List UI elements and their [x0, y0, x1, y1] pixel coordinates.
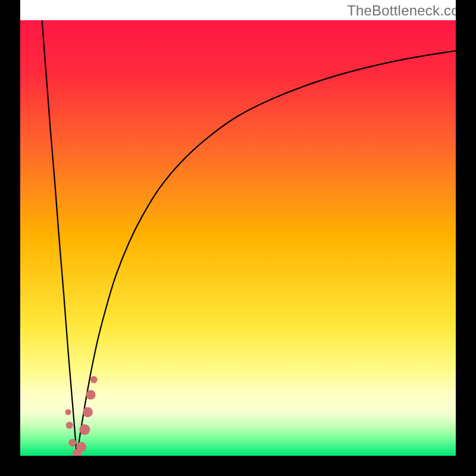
gradient-background: [20, 20, 456, 456]
marker-point: [79, 424, 90, 435]
plot-area: [20, 20, 456, 456]
marker-point: [65, 409, 71, 415]
watermark-text: TheBottleneck.com: [347, 2, 471, 19]
frame-right: [456, 0, 476, 476]
marker-point: [86, 390, 96, 400]
marker-point: [90, 376, 98, 383]
marker-point: [66, 422, 73, 429]
top-strip: TheBottleneck.com: [0, 0, 476, 20]
frame-bottom: [0, 456, 476, 476]
bottleneck-chart: TheBottleneck.com: [0, 0, 476, 476]
frame-left: [0, 0, 20, 476]
chart-svg: [20, 20, 456, 456]
marker-point: [83, 407, 93, 417]
marker-point: [76, 442, 86, 452]
marker-point: [68, 439, 76, 447]
